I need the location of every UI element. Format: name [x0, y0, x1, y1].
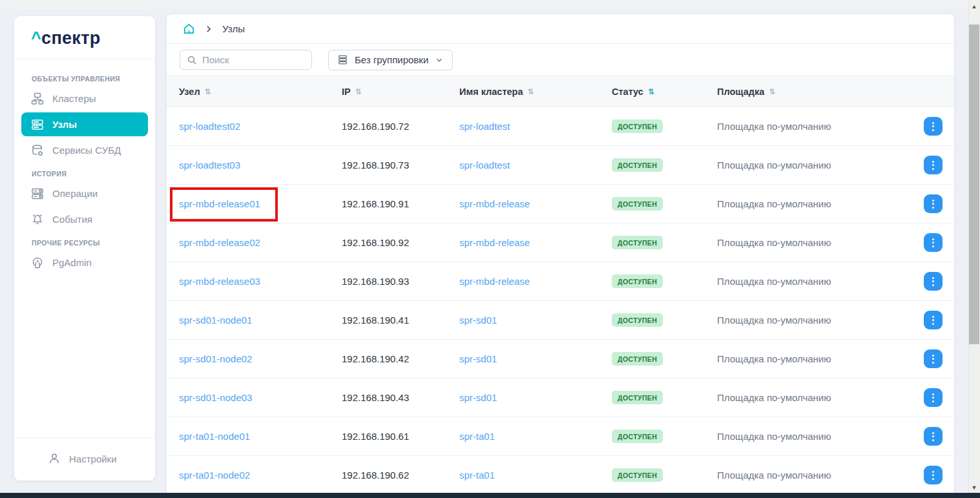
- column-header-cluster-name[interactable]: Имя кластера ⇅: [459, 87, 612, 97]
- sidebar-item-label: Настройки: [69, 453, 117, 464]
- node-link[interactable]: spr-sd01-node01: [179, 315, 252, 326]
- node-link[interactable]: spr-sd01-node03: [179, 392, 252, 403]
- operations-icon: [31, 187, 44, 200]
- cluster-link[interactable]: spr-loadtest: [459, 160, 510, 171]
- ip-value: 192.168.190.61: [342, 431, 459, 442]
- site-value: Площадка по-умолчанию: [717, 121, 921, 132]
- sidebar-item-label: PgAdmin: [52, 257, 92, 268]
- grouping-dropdown[interactable]: Без группировки: [328, 50, 453, 70]
- column-header-site[interactable]: Площадка ⇅: [717, 87, 921, 97]
- sidebar-item-pgadmin[interactable]: PgAdmin: [21, 251, 148, 275]
- table-row: spr-sd01-node02 192.168.190.42 spr-sd01 …: [167, 340, 954, 379]
- sidebar-item-clusters[interactable]: Кластеры: [21, 87, 148, 110]
- table-row: spr-loadtest03 192.168.190.73 spr-loadte…: [167, 146, 954, 185]
- sort-icon: ⇅: [355, 87, 362, 96]
- section-label-other-resources: ПРОЧИЕ РЕСУРСЫ: [32, 239, 155, 247]
- events-bell-icon: [31, 213, 44, 226]
- node-link[interactable]: spr-loadtest03: [179, 160, 240, 171]
- status-badge: ДОСТУПЕН: [612, 352, 663, 366]
- sidebar-item-label: События: [52, 214, 92, 225]
- row-actions-button[interactable]: [924, 272, 943, 291]
- chevron-down-icon: [435, 56, 444, 65]
- sidebar-item-nodes[interactable]: Узлы: [21, 112, 148, 136]
- row-actions-button[interactable]: [924, 117, 943, 136]
- table-row: spr-sd01-node03 192.168.190.43 spr-sd01 …: [167, 379, 954, 417]
- kebab-dots-icon: [932, 316, 934, 318]
- row-actions-button[interactable]: [924, 311, 943, 329]
- row-actions-button[interactable]: [924, 466, 943, 484]
- node-link[interactable]: spr-mbd-release02: [179, 237, 260, 248]
- cluster-link[interactable]: spr-mbd-release: [459, 198, 530, 209]
- breadcrumb-chevron-icon: [204, 25, 213, 34]
- status-badge: ДОСТУПЕН: [612, 197, 663, 211]
- status-badge: ДОСТУПЕН: [612, 119, 663, 133]
- ip-value: 192.168.190.42: [342, 353, 459, 364]
- db-services-icon: [31, 144, 44, 157]
- sidebar-item-settings[interactable]: Настройки: [48, 452, 155, 465]
- kebab-dots-icon: [932, 393, 934, 395]
- section-label-management-objects: ОБЪЕКТЫ УПРАВЛЕНИЯ: [32, 75, 155, 83]
- table-row: spr-mbd-release03 192.168.190.93 spr-mbd…: [167, 262, 954, 301]
- app-logo: ^спектр: [14, 16, 155, 59]
- cluster-link[interactable]: spr-sd01: [459, 315, 497, 326]
- column-header-node[interactable]: Узел ⇅: [179, 87, 342, 97]
- cluster-link[interactable]: spr-sd01: [459, 392, 497, 403]
- column-header-status[interactable]: Статус ⇅: [612, 87, 717, 97]
- kebab-dots-icon: [932, 355, 934, 357]
- node-link[interactable]: spr-ta01-node01: [179, 431, 250, 442]
- kebab-dots-icon: [932, 161, 934, 163]
- scrollbar-thumb[interactable]: [969, 25, 979, 344]
- breadcrumb: Узлы: [167, 14, 954, 44]
- section-label-history: ИСТОРИЯ: [32, 170, 155, 178]
- status-badge: ДОСТУПЕН: [612, 391, 663, 404]
- row-actions-button[interactable]: [924, 194, 943, 213]
- row-actions-button[interactable]: [924, 156, 943, 174]
- table-row: spr-ta01-node01 192.168.190.61 spr-ta01 …: [167, 417, 954, 456]
- row-actions-button[interactable]: [924, 349, 943, 368]
- cluster-link[interactable]: spr-ta01: [459, 431, 495, 442]
- cluster-link[interactable]: spr-mbd-release: [459, 237, 530, 248]
- status-badge: ДОСТУПЕН: [612, 468, 663, 482]
- status-badge: ДОСТУПЕН: [612, 313, 663, 327]
- site-value: Площадка по-умолчанию: [717, 276, 921, 287]
- node-link[interactable]: spr-loadtest02: [179, 121, 240, 132]
- sidebar-item-label: Кластеры: [52, 93, 96, 104]
- table-body: spr-loadtest02 192.168.190.72 spr-loadte…: [167, 107, 954, 493]
- site-value: Площадка по-умолчанию: [717, 392, 921, 403]
- table-row: spr-mbd-release02 192.168.190.92 spr-mbd…: [167, 223, 954, 262]
- cluster-link[interactable]: spr-ta01: [459, 470, 495, 481]
- column-header-ip[interactable]: IP ⇅: [342, 87, 459, 97]
- sidebar-item-db-services[interactable]: Сервисы СУБД: [21, 138, 148, 162]
- sidebar-footer: Настройки: [14, 437, 155, 481]
- node-link[interactable]: spr-mbd-release03: [179, 276, 260, 287]
- row-actions-button[interactable]: [924, 233, 943, 252]
- sort-icon: ⇅: [205, 87, 211, 96]
- cluster-link[interactable]: spr-mbd-release: [459, 276, 530, 287]
- cluster-link[interactable]: spr-loadtest: [459, 121, 510, 132]
- clusters-icon: [31, 92, 44, 105]
- main-panel: Узлы Без группировки: [167, 14, 954, 493]
- kebab-dots-icon: [932, 277, 934, 279]
- cluster-link[interactable]: spr-sd01: [459, 353, 497, 364]
- kebab-dots-icon: [932, 238, 934, 240]
- ip-value: 192.168.190.62: [342, 470, 459, 481]
- breadcrumb-current-page: Узлы: [222, 23, 245, 34]
- row-actions-button[interactable]: [924, 388, 943, 407]
- row-actions-button[interactable]: [924, 427, 943, 446]
- toolbar: Без группировки: [167, 44, 954, 76]
- node-link[interactable]: spr-sd01-node02: [179, 353, 252, 364]
- sidebar-item-operations[interactable]: Операции: [21, 182, 148, 205]
- scrollbar-down-arrow[interactable]: ▼: [968, 484, 980, 492]
- node-link[interactable]: spr-ta01-node02: [179, 470, 250, 481]
- node-link[interactable]: spr-mbd-release01: [179, 198, 260, 209]
- site-value: Площадка по-умолчанию: [717, 160, 921, 171]
- search-input[interactable]: [202, 54, 299, 65]
- window-bottom-edge: [0, 493, 980, 498]
- status-badge: ДОСТУПЕН: [612, 430, 663, 443]
- sidebar-item-events[interactable]: События: [21, 207, 148, 231]
- grouping-label: Без группировки: [355, 54, 428, 65]
- site-value: Площадка по-умолчанию: [717, 315, 921, 326]
- kebab-dots-icon: [932, 122, 934, 124]
- scrollbar-up-arrow[interactable]: ▲: [968, 3, 980, 10]
- home-icon[interactable]: [183, 23, 195, 35]
